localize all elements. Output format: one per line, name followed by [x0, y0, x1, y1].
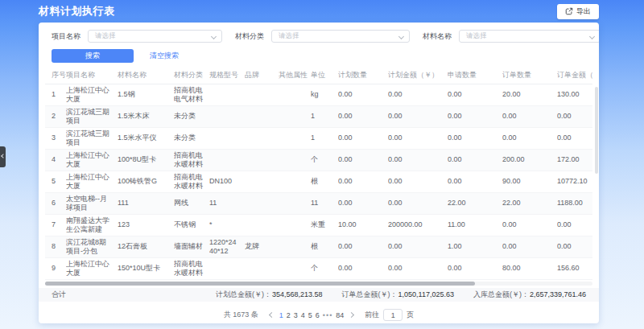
column-header: 单位 — [311, 68, 338, 84]
cell: 0.00 — [338, 171, 388, 192]
prev-page-button[interactable] — [266, 309, 278, 322]
page-button[interactable]: 4 — [301, 311, 305, 319]
project-name-select[interactable]: 请选择 — [88, 30, 222, 43]
cell: 上海松江中心大厦 — [66, 84, 118, 105]
page-button[interactable]: 1 — [279, 311, 283, 319]
cell — [279, 171, 311, 192]
page-button[interactable]: 6 — [316, 311, 320, 319]
cell: 未分类 — [174, 105, 209, 127]
goto-page-input[interactable] — [383, 309, 402, 321]
column-header: 订单数量 — [502, 68, 557, 84]
table-row: 8滨江花城8期项目-分包12石膏板墙面辅材1220*2440*12龙牌根0.00… — [45, 236, 592, 257]
column-header: 材料分类 — [174, 68, 209, 84]
cell: 1 — [311, 105, 338, 127]
cell — [279, 236, 311, 257]
page-button[interactable]: 84 — [336, 311, 344, 319]
cell: 11 — [311, 192, 338, 214]
cell: 156.60 — [557, 257, 592, 279]
page-button[interactable]: 5 — [308, 311, 312, 319]
cell: 0.00 — [388, 257, 448, 279]
column-header: 订单金额（￥） — [557, 68, 592, 84]
cell: 根 — [311, 236, 338, 257]
page-button[interactable]: 2 — [287, 311, 291, 319]
cell: 0.00 — [388, 84, 448, 105]
cell: 0.00 — [388, 149, 448, 171]
cell: 1188.00 — [557, 192, 592, 214]
export-button[interactable]: 导出 — [557, 4, 599, 19]
cell — [279, 192, 311, 214]
chevron-right-icon — [349, 312, 354, 318]
cell: 4 — [45, 149, 66, 171]
cell: 南翔盛达大学生公寓新建 — [66, 214, 118, 236]
page-list: 123456•••84 — [278, 311, 346, 319]
search-button[interactable]: 搜索 — [52, 49, 134, 63]
horizontal-scrollbar-thumb[interactable] — [45, 282, 475, 286]
material-category-label: 材料分类 — [235, 31, 264, 42]
cell — [245, 257, 279, 279]
sidebar-expand-handle[interactable] — [0, 146, 6, 167]
cell: 7 — [45, 214, 66, 236]
table-row: 3滨江花城三期项目1.5米水平仪未分类10.000.000.000.000.00 — [45, 127, 592, 149]
cell: 1220*2440*12 — [209, 236, 245, 257]
page-button[interactable]: 3 — [294, 311, 298, 319]
cell: 招商机电 水暖材料 — [174, 149, 209, 171]
cell: 滨江花城三期项目 — [66, 105, 118, 127]
planned-total-amount: 计划总金额(￥)：354,568,213.58 — [216, 290, 323, 300]
material-category-select[interactable]: 请选择 — [271, 30, 410, 43]
column-header: 其他属性 — [279, 68, 311, 84]
totals-label: 合计 — [52, 290, 66, 300]
cell: 0.00 — [338, 149, 388, 171]
cell: 172.00 — [557, 149, 592, 171]
cell: 3 — [45, 127, 66, 149]
cell: 1.00 — [448, 236, 502, 257]
cell: 90.00 — [502, 171, 557, 192]
cell: 0.00 — [448, 149, 502, 171]
table-row: 2滨江花城三期项目1.5米木床未分类10.000.000.000.000.00 — [45, 105, 592, 127]
cell: 上海松江中心大厦 — [66, 171, 118, 192]
vertical-scrollbar[interactable] — [595, 87, 598, 174]
filter-project: 项目名称 请选择 — [52, 30, 222, 43]
export-label: 导出 — [576, 6, 591, 17]
cell: 个 — [311, 257, 338, 279]
cell: 0.00 — [557, 214, 592, 236]
total-count-text: 共 1673 条 — [224, 310, 258, 320]
cell — [245, 171, 279, 192]
material-name-label: 材料名称 — [423, 31, 452, 42]
column-header: 申请数量 — [448, 68, 502, 84]
cell: 个 — [311, 149, 338, 171]
page-ellipsis: ••• — [323, 311, 332, 319]
cell: 1 — [311, 127, 338, 149]
cell — [279, 105, 311, 127]
cell: 0.00 — [502, 236, 557, 257]
cell: 龙牌 — [245, 236, 279, 257]
filter-material: 材料名称 请选择 — [423, 30, 599, 43]
cell — [245, 214, 279, 236]
filter-category: 材料分类 请选择 — [235, 30, 410, 43]
cell: 200000.00 — [388, 214, 448, 236]
next-page-button[interactable] — [345, 309, 357, 322]
cell — [279, 84, 311, 105]
table-header-row: 序号项目名称材料名称材料分类规格型号品牌其他属性单位计划数量计划金额（￥）申请数… — [45, 68, 592, 84]
cell — [279, 149, 311, 171]
cell: 上海松江中心大厦 — [66, 257, 118, 279]
material-name-select[interactable]: 请选择 — [459, 30, 599, 43]
material-name-placeholder: 请选择 — [466, 31, 487, 41]
cell: 0.00 — [388, 171, 448, 192]
cell — [245, 84, 279, 105]
cell: 0.00 — [448, 127, 502, 149]
material-category-placeholder: 请选择 — [279, 31, 299, 41]
cell — [209, 127, 245, 149]
cell: 0.00 — [388, 236, 448, 257]
cell: 0.00 — [557, 105, 592, 127]
table-row: 5上海松江中心大厦100铸铁管G招商机电 水暖材料DN100根0.000.000… — [45, 171, 592, 192]
cell: 招商机电 电气材料 — [174, 84, 209, 105]
cell — [209, 105, 245, 127]
cell: 22.00 — [448, 192, 502, 214]
horizontal-scrollbar — [45, 282, 592, 286]
column-header: 序号 — [45, 68, 66, 84]
page-title: 材料计划执行表 — [39, 4, 115, 19]
table-row: 9上海松江中心大厦150*10U型卡招商机电 水暖材料个0.000.000.00… — [45, 257, 592, 279]
cell: 80.00 — [502, 257, 557, 279]
cell: 0.00 — [502, 105, 557, 127]
clear-search-link[interactable]: 清空搜索 — [150, 51, 179, 61]
